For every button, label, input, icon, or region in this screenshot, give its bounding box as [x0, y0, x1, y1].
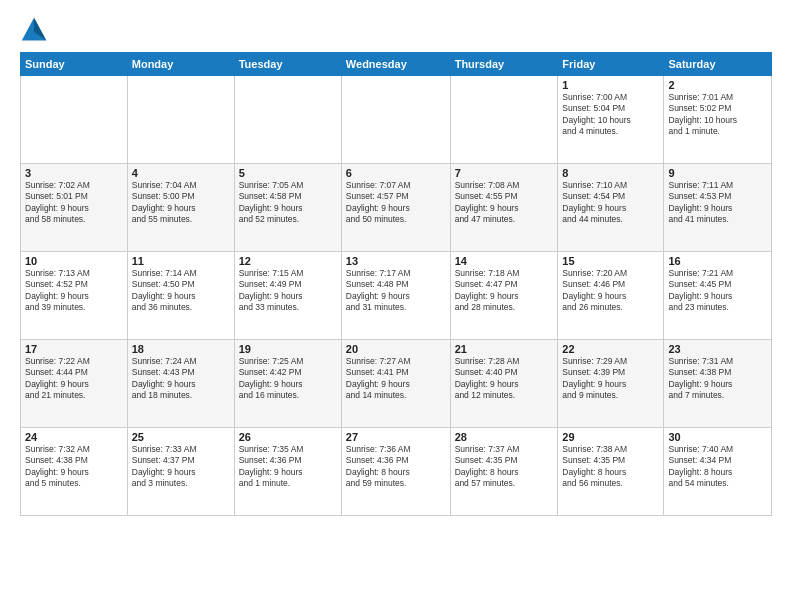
calendar-week-row: 24Sunrise: 7:32 AM Sunset: 4:38 PM Dayli… [21, 428, 772, 516]
calendar-cell: 16Sunrise: 7:21 AM Sunset: 4:45 PM Dayli… [664, 252, 772, 340]
calendar-cell: 8Sunrise: 7:10 AM Sunset: 4:54 PM Daylig… [558, 164, 664, 252]
calendar-header-row: SundayMondayTuesdayWednesdayThursdayFrid… [21, 53, 772, 76]
day-info: Sunrise: 7:07 AM Sunset: 4:57 PM Dayligh… [346, 180, 446, 226]
calendar-header-wednesday: Wednesday [341, 53, 450, 76]
day-number: 29 [562, 431, 659, 443]
day-info: Sunrise: 7:40 AM Sunset: 4:34 PM Dayligh… [668, 444, 767, 490]
calendar-cell: 5Sunrise: 7:05 AM Sunset: 4:58 PM Daylig… [234, 164, 341, 252]
day-number: 17 [25, 343, 123, 355]
day-number: 7 [455, 167, 554, 179]
day-number: 3 [25, 167, 123, 179]
logo-icon [20, 16, 48, 44]
day-info: Sunrise: 7:00 AM Sunset: 5:04 PM Dayligh… [562, 92, 659, 138]
calendar-cell: 4Sunrise: 7:04 AM Sunset: 5:00 PM Daylig… [127, 164, 234, 252]
day-info: Sunrise: 7:27 AM Sunset: 4:41 PM Dayligh… [346, 356, 446, 402]
calendar-cell [450, 76, 558, 164]
day-info: Sunrise: 7:22 AM Sunset: 4:44 PM Dayligh… [25, 356, 123, 402]
day-number: 21 [455, 343, 554, 355]
day-info: Sunrise: 7:18 AM Sunset: 4:47 PM Dayligh… [455, 268, 554, 314]
day-number: 5 [239, 167, 337, 179]
day-info: Sunrise: 7:08 AM Sunset: 4:55 PM Dayligh… [455, 180, 554, 226]
calendar-week-row: 3Sunrise: 7:02 AM Sunset: 5:01 PM Daylig… [21, 164, 772, 252]
day-number: 20 [346, 343, 446, 355]
day-info: Sunrise: 7:10 AM Sunset: 4:54 PM Dayligh… [562, 180, 659, 226]
day-info: Sunrise: 7:14 AM Sunset: 4:50 PM Dayligh… [132, 268, 230, 314]
calendar-cell: 24Sunrise: 7:32 AM Sunset: 4:38 PM Dayli… [21, 428, 128, 516]
calendar-cell [341, 76, 450, 164]
calendar-cell: 18Sunrise: 7:24 AM Sunset: 4:43 PM Dayli… [127, 340, 234, 428]
calendar-cell: 17Sunrise: 7:22 AM Sunset: 4:44 PM Dayli… [21, 340, 128, 428]
day-number: 18 [132, 343, 230, 355]
calendar-cell: 19Sunrise: 7:25 AM Sunset: 4:42 PM Dayli… [234, 340, 341, 428]
day-info: Sunrise: 7:38 AM Sunset: 4:35 PM Dayligh… [562, 444, 659, 490]
logo [20, 16, 52, 44]
calendar-header-thursday: Thursday [450, 53, 558, 76]
day-info: Sunrise: 7:11 AM Sunset: 4:53 PM Dayligh… [668, 180, 767, 226]
calendar-week-row: 10Sunrise: 7:13 AM Sunset: 4:52 PM Dayli… [21, 252, 772, 340]
calendar-cell: 30Sunrise: 7:40 AM Sunset: 4:34 PM Dayli… [664, 428, 772, 516]
calendar-cell: 15Sunrise: 7:20 AM Sunset: 4:46 PM Dayli… [558, 252, 664, 340]
day-info: Sunrise: 7:21 AM Sunset: 4:45 PM Dayligh… [668, 268, 767, 314]
day-number: 6 [346, 167, 446, 179]
calendar-table: SundayMondayTuesdayWednesdayThursdayFrid… [20, 52, 772, 516]
calendar-cell: 26Sunrise: 7:35 AM Sunset: 4:36 PM Dayli… [234, 428, 341, 516]
day-info: Sunrise: 7:29 AM Sunset: 4:39 PM Dayligh… [562, 356, 659, 402]
day-info: Sunrise: 7:20 AM Sunset: 4:46 PM Dayligh… [562, 268, 659, 314]
calendar-header-tuesday: Tuesday [234, 53, 341, 76]
calendar-cell: 21Sunrise: 7:28 AM Sunset: 4:40 PM Dayli… [450, 340, 558, 428]
calendar-cell: 20Sunrise: 7:27 AM Sunset: 4:41 PM Dayli… [341, 340, 450, 428]
calendar-cell: 3Sunrise: 7:02 AM Sunset: 5:01 PM Daylig… [21, 164, 128, 252]
calendar-week-row: 1Sunrise: 7:00 AM Sunset: 5:04 PM Daylig… [21, 76, 772, 164]
day-number: 10 [25, 255, 123, 267]
day-number: 25 [132, 431, 230, 443]
calendar-cell [234, 76, 341, 164]
day-info: Sunrise: 7:13 AM Sunset: 4:52 PM Dayligh… [25, 268, 123, 314]
day-info: Sunrise: 7:37 AM Sunset: 4:35 PM Dayligh… [455, 444, 554, 490]
calendar-cell: 1Sunrise: 7:00 AM Sunset: 5:04 PM Daylig… [558, 76, 664, 164]
calendar-cell: 7Sunrise: 7:08 AM Sunset: 4:55 PM Daylig… [450, 164, 558, 252]
calendar-cell [21, 76, 128, 164]
day-number: 23 [668, 343, 767, 355]
calendar-cell: 9Sunrise: 7:11 AM Sunset: 4:53 PM Daylig… [664, 164, 772, 252]
day-number: 30 [668, 431, 767, 443]
calendar-cell: 10Sunrise: 7:13 AM Sunset: 4:52 PM Dayli… [21, 252, 128, 340]
day-number: 12 [239, 255, 337, 267]
calendar-cell: 25Sunrise: 7:33 AM Sunset: 4:37 PM Dayli… [127, 428, 234, 516]
day-info: Sunrise: 7:01 AM Sunset: 5:02 PM Dayligh… [668, 92, 767, 138]
day-info: Sunrise: 7:17 AM Sunset: 4:48 PM Dayligh… [346, 268, 446, 314]
calendar-cell: 22Sunrise: 7:29 AM Sunset: 4:39 PM Dayli… [558, 340, 664, 428]
calendar-header-sunday: Sunday [21, 53, 128, 76]
day-number: 4 [132, 167, 230, 179]
day-number: 13 [346, 255, 446, 267]
day-info: Sunrise: 7:32 AM Sunset: 4:38 PM Dayligh… [25, 444, 123, 490]
day-number: 27 [346, 431, 446, 443]
calendar-cell: 6Sunrise: 7:07 AM Sunset: 4:57 PM Daylig… [341, 164, 450, 252]
day-number: 28 [455, 431, 554, 443]
day-number: 24 [25, 431, 123, 443]
day-info: Sunrise: 7:33 AM Sunset: 4:37 PM Dayligh… [132, 444, 230, 490]
day-info: Sunrise: 7:31 AM Sunset: 4:38 PM Dayligh… [668, 356, 767, 402]
calendar-cell: 27Sunrise: 7:36 AM Sunset: 4:36 PM Dayli… [341, 428, 450, 516]
day-info: Sunrise: 7:15 AM Sunset: 4:49 PM Dayligh… [239, 268, 337, 314]
calendar-cell: 23Sunrise: 7:31 AM Sunset: 4:38 PM Dayli… [664, 340, 772, 428]
day-number: 16 [668, 255, 767, 267]
calendar-header-friday: Friday [558, 53, 664, 76]
day-number: 19 [239, 343, 337, 355]
day-number: 2 [668, 79, 767, 91]
day-number: 9 [668, 167, 767, 179]
page: SundayMondayTuesdayWednesdayThursdayFrid… [0, 0, 792, 612]
calendar-header-saturday: Saturday [664, 53, 772, 76]
calendar-cell: 12Sunrise: 7:15 AM Sunset: 4:49 PM Dayli… [234, 252, 341, 340]
day-number: 15 [562, 255, 659, 267]
calendar-cell: 2Sunrise: 7:01 AM Sunset: 5:02 PM Daylig… [664, 76, 772, 164]
calendar-week-row: 17Sunrise: 7:22 AM Sunset: 4:44 PM Dayli… [21, 340, 772, 428]
day-info: Sunrise: 7:24 AM Sunset: 4:43 PM Dayligh… [132, 356, 230, 402]
day-info: Sunrise: 7:35 AM Sunset: 4:36 PM Dayligh… [239, 444, 337, 490]
day-number: 11 [132, 255, 230, 267]
day-info: Sunrise: 7:28 AM Sunset: 4:40 PM Dayligh… [455, 356, 554, 402]
header [20, 16, 772, 44]
day-info: Sunrise: 7:05 AM Sunset: 4:58 PM Dayligh… [239, 180, 337, 226]
calendar-cell: 14Sunrise: 7:18 AM Sunset: 4:47 PM Dayli… [450, 252, 558, 340]
calendar-cell: 29Sunrise: 7:38 AM Sunset: 4:35 PM Dayli… [558, 428, 664, 516]
calendar-cell: 13Sunrise: 7:17 AM Sunset: 4:48 PM Dayli… [341, 252, 450, 340]
